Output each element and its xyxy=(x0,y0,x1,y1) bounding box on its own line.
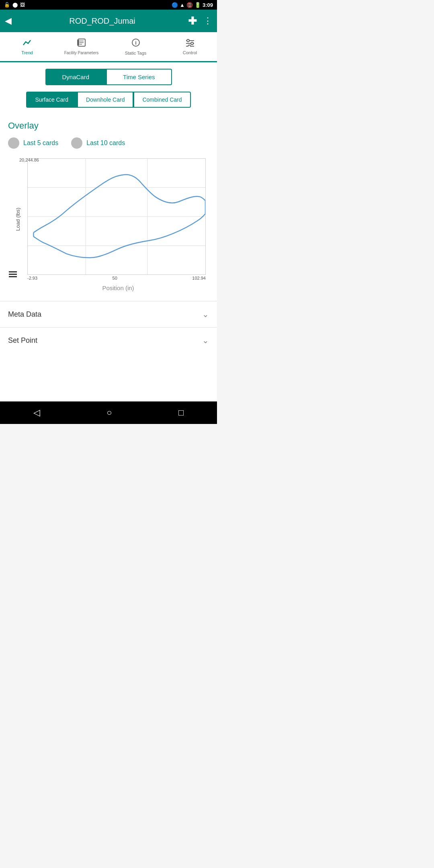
svg-point-8 xyxy=(187,39,189,42)
tab-facility[interactable]: Facility Parameters xyxy=(54,32,108,61)
setpoint-section[interactable]: Set Point ⌄ xyxy=(0,327,217,353)
more-options-button[interactable]: ⋮ xyxy=(203,16,212,26)
tab-trend-label: Trend xyxy=(21,50,33,55)
tab-control-label: Control xyxy=(183,50,197,55)
sub-tab-timeseries[interactable]: Time Series xyxy=(106,69,172,85)
tab-trend[interactable]: Trend xyxy=(0,32,54,62)
tab-control[interactable]: Control xyxy=(163,32,217,61)
card-type-tabs: Surface Card Downhole Card Combined Card xyxy=(6,92,211,108)
chart-area: Load (lbs) 20,244.86 xyxy=(8,158,209,281)
chart-svg xyxy=(28,159,205,274)
lock-icon: 🔓 xyxy=(4,2,10,8)
battery-icon: 🔋 xyxy=(194,2,201,8)
time-display: 3:09 xyxy=(203,2,213,8)
status-bar: 🔓 ⬤ 🖼 🔵 ▲ 📵 🔋 3:09 xyxy=(0,0,217,10)
spacer xyxy=(0,353,217,401)
setpoint-title: Set Point xyxy=(8,336,37,345)
x-max-label: 102.94 xyxy=(192,276,206,280)
info-icon: i xyxy=(131,38,140,49)
circle-icon: ⬤ xyxy=(12,2,18,8)
main-content: DynaCard Time Series Surface Card Downho… xyxy=(0,62,217,353)
last5-label: Last 5 cards xyxy=(23,139,58,147)
status-left-icons: 🔓 ⬤ 🖼 xyxy=(4,2,25,8)
nav-home-button[interactable]: ○ xyxy=(98,404,120,421)
nav-recent-button[interactable]: □ xyxy=(170,404,192,421)
sub-tab-bar: DynaCard Time Series xyxy=(0,62,217,88)
metadata-section[interactable]: Meta Data ⌄ xyxy=(0,301,217,327)
tab-static-tags[interactable]: i Static Tags xyxy=(108,32,163,61)
app-bar-actions: ✚ ⋮ xyxy=(188,15,212,27)
app-bar: ◀ ROD_ROD_Jumai ✚ ⋮ xyxy=(0,10,217,32)
y-max-label: 20,244.86 xyxy=(19,158,39,162)
card-tab-downhole[interactable]: Downhole Card xyxy=(77,92,134,108)
card-tab-combined[interactable]: Combined Card xyxy=(133,92,190,108)
last10-label: Last 10 cards xyxy=(86,139,125,147)
legend-bar-2 xyxy=(9,274,17,275)
legend-icon xyxy=(9,271,17,277)
metadata-title: Meta Data xyxy=(8,310,41,319)
sub-tab-dynacard[interactable]: DynaCard xyxy=(45,69,106,85)
chart-line-lower xyxy=(33,214,205,258)
svg-rect-4 xyxy=(77,40,79,45)
chart-line-upper xyxy=(33,175,205,233)
svg-point-10 xyxy=(191,42,193,45)
bluetooth-icon: 🔵 xyxy=(172,2,178,8)
setpoint-chevron-icon: ⌄ xyxy=(202,336,209,345)
x-axis-label: Position (in) xyxy=(27,285,209,291)
overlay-section: Overlay Last 5 cards Last 10 cards Load … xyxy=(0,114,217,301)
svg-text:i: i xyxy=(135,40,137,46)
tab-static-tags-label: Static Tags xyxy=(125,51,147,55)
add-button[interactable]: ✚ xyxy=(188,15,197,27)
tab-bar: Trend Facility Parameters i Static Tags xyxy=(0,32,217,62)
x-axis-ticks: -2.93 50 102.94 xyxy=(27,275,206,281)
overlay-title: Overlay xyxy=(8,121,209,131)
control-icon xyxy=(185,39,195,49)
last10-radio[interactable] xyxy=(71,137,82,149)
nav-back-button[interactable]: ◁ xyxy=(25,404,48,421)
last10-option[interactable]: Last 10 cards xyxy=(71,137,125,149)
chart-svg-container xyxy=(27,158,206,275)
legend-bar-3 xyxy=(9,276,17,277)
x-min-label: -2.93 xyxy=(27,276,37,280)
legend-bar-1 xyxy=(9,271,17,272)
card-tab-surface[interactable]: Surface Card xyxy=(26,92,77,108)
overlay-options: Last 5 cards Last 10 cards xyxy=(8,137,209,149)
wifi-icon: ▲ xyxy=(180,2,185,8)
facility-icon xyxy=(77,38,86,49)
back-button[interactable]: ◀ xyxy=(5,16,12,26)
y-axis-label: Load (lbs) xyxy=(15,208,21,231)
status-right-icons: 🔵 ▲ 📵 🔋 3:09 xyxy=(172,2,213,8)
last5-radio[interactable] xyxy=(8,137,19,149)
signal-icon: 📵 xyxy=(186,2,193,8)
app-title: ROD_ROD_Jumai xyxy=(16,16,188,26)
bottom-nav: ◁ ○ □ xyxy=(0,401,217,424)
x-mid-label: 50 xyxy=(113,276,117,280)
trend-icon xyxy=(23,39,32,49)
metadata-chevron-icon: ⌄ xyxy=(202,309,209,319)
tab-facility-label: Facility Parameters xyxy=(64,51,99,55)
image-icon: 🖼 xyxy=(20,2,25,8)
svg-point-12 xyxy=(188,45,190,47)
last5-option[interactable]: Last 5 cards xyxy=(8,137,58,149)
